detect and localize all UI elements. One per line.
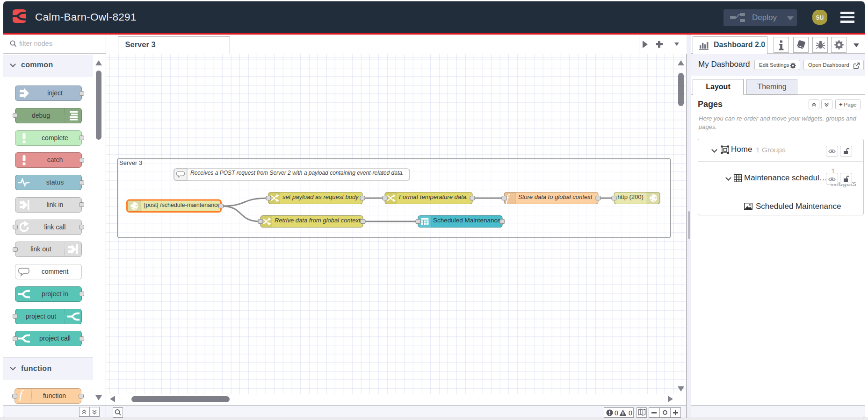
svg-text:http (200): http (200) [617,193,644,200]
svg-text:Format temperature data.: Format temperature data. [399,193,468,200]
svg-text:Store data to global context: Store data to global context [518,193,593,200]
svg-text:[post] /schedule-maintenance: [post] /schedule-maintenance [144,202,220,208]
svg-text:Server 3: Server 3 [119,159,142,166]
svg-text:set payload as request body: set payload as request body [282,193,359,200]
svg-text:Receives a POST request from S: Receives a POST request from Server 2 wi… [190,170,404,176]
svg-text:Scheduled Maintenance: Scheduled Maintenance [433,217,501,224]
svg-text:Retrive data from global conte: Retrive data from global context [275,216,361,223]
